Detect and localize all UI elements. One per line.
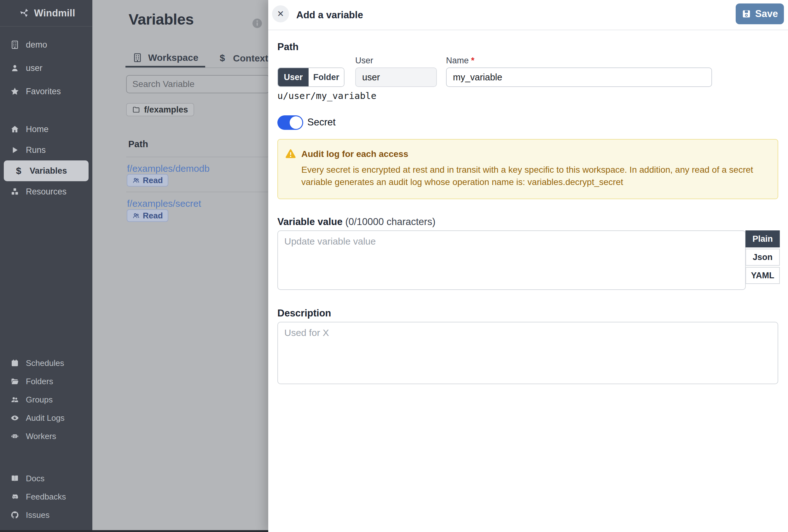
calendar-icon bbox=[10, 358, 20, 368]
save-icon bbox=[742, 9, 751, 19]
windmill-app: Windmill demo user Favorites Home bbox=[0, 0, 788, 532]
read-permission-badge[interactable]: Read bbox=[127, 209, 168, 222]
star-icon bbox=[10, 87, 20, 96]
sidebar-item-label: Schedules bbox=[26, 358, 64, 368]
variable-value-textarea[interactable] bbox=[277, 230, 746, 290]
sidebar-item-label: Favorites bbox=[26, 87, 61, 96]
sidebar-workspace-group: demo user Favorites bbox=[0, 33, 92, 103]
sidebar-item-label: Resources bbox=[26, 187, 66, 197]
variables-tabs: Workspace $ Context bbox=[125, 49, 268, 68]
brand-logo[interactable]: Windmill bbox=[0, 0, 92, 26]
drawer-title: Add a variable bbox=[296, 0, 363, 30]
variable-name-input[interactable] bbox=[446, 67, 712, 87]
variable-path-link[interactable]: f/examples/demodb bbox=[127, 163, 210, 174]
sidebar-item-workers[interactable]: Workers bbox=[0, 427, 92, 445]
drawer-header: ✕ Add a variable Save bbox=[268, 0, 788, 30]
sidebar-item-resources[interactable]: Resources bbox=[0, 181, 92, 202]
variable-path-link[interactable]: f/examples/secret bbox=[127, 198, 201, 209]
toggle-knob bbox=[290, 116, 302, 129]
sidebar-item-label: Workers bbox=[26, 431, 56, 441]
folder-icon bbox=[132, 105, 140, 114]
tab-label: Workspace bbox=[148, 52, 199, 63]
badge-label: Read bbox=[143, 211, 163, 221]
sidebar-item-label: Variables bbox=[29, 166, 67, 176]
building-icon bbox=[10, 40, 20, 50]
character-counter: (0/10000 characters) bbox=[342, 216, 436, 227]
sidebar-footer-group: Docs Feedbacks Issues bbox=[0, 469, 92, 524]
sidebar-item-folders[interactable]: Folders bbox=[0, 372, 92, 391]
sidebar-item-runs[interactable]: Runs bbox=[0, 140, 92, 160]
sidebar-item-home[interactable]: Home bbox=[0, 119, 92, 140]
page-title: Variables bbox=[129, 11, 194, 28]
windmill-logo-icon bbox=[19, 8, 29, 19]
sidebar-nav-group: Home Runs $ Variables Resources bbox=[0, 119, 92, 202]
owner-type-toggle: User Folder bbox=[277, 67, 344, 87]
brand-name: Windmill bbox=[34, 7, 75, 19]
info-icon[interactable] bbox=[252, 18, 263, 29]
sidebar-item-label: Home bbox=[26, 124, 48, 134]
search-input[interactable] bbox=[126, 75, 268, 93]
sidebar-item-feedbacks[interactable]: Feedbacks bbox=[0, 488, 92, 506]
value-format-tabs: Plain Json YAML bbox=[746, 230, 780, 284]
owner-folder-segment[interactable]: Folder bbox=[309, 68, 344, 86]
sidebar-item-label: Runs bbox=[26, 145, 46, 155]
variable-value-heading: Variable value (0/10000 characters) bbox=[277, 216, 435, 228]
sidebar-admin-group: Schedules Folders Groups Audit Logs Work… bbox=[0, 354, 92, 445]
sidebar-item-docs[interactable]: Docs bbox=[0, 469, 92, 488]
folder-filter-chip[interactable]: f/examples bbox=[126, 103, 194, 116]
description-heading: Description bbox=[277, 308, 331, 319]
play-icon bbox=[10, 145, 20, 155]
sidebar-item-label: Groups bbox=[26, 395, 53, 405]
audit-warning-alert: Audit log for each access Every secret i… bbox=[277, 139, 778, 199]
sidebar-item-label: Docs bbox=[26, 474, 44, 484]
sidebar-item-variables[interactable]: $ Variables bbox=[4, 160, 88, 181]
discord-icon bbox=[10, 492, 20, 501]
description-textarea[interactable] bbox=[277, 322, 778, 384]
format-tab-plain[interactable]: Plain bbox=[746, 230, 780, 248]
sidebar-item-label: Folders bbox=[26, 377, 53, 387]
secret-toggle[interactable] bbox=[277, 115, 303, 130]
read-permission-badge[interactable]: Read bbox=[127, 174, 168, 186]
format-tab-json[interactable]: Json bbox=[746, 249, 780, 266]
table-column-header: Path bbox=[128, 139, 148, 150]
full-path-preview: u/user/my_variable bbox=[277, 91, 376, 101]
github-icon bbox=[10, 510, 20, 520]
path-section-heading: Path bbox=[277, 41, 298, 53]
row-divider bbox=[126, 192, 268, 192]
variables-page: Variables Workspace $ Context f/examples… bbox=[92, 0, 268, 532]
save-button-label: Save bbox=[755, 8, 778, 20]
book-icon bbox=[10, 474, 20, 483]
sidebar-item-user[interactable]: user bbox=[0, 56, 92, 80]
sidebar-item-favorites[interactable]: Favorites bbox=[0, 80, 92, 103]
row-divider bbox=[126, 157, 268, 157]
sidebar-item-label: Feedbacks bbox=[26, 492, 66, 502]
sidebar: Windmill demo user Favorites Home bbox=[0, 0, 92, 532]
sidebar-item-groups[interactable]: Groups bbox=[0, 391, 92, 409]
sidebar-item-audit-logs[interactable]: Audit Logs bbox=[0, 409, 92, 427]
format-tab-yaml[interactable]: YAML bbox=[746, 267, 780, 284]
tab-label: Context bbox=[233, 53, 268, 64]
warning-body: Every secret is encrypted at rest and in… bbox=[301, 163, 768, 188]
variable-value-title: Variable value bbox=[277, 216, 342, 227]
dollar-icon: $ bbox=[217, 53, 227, 63]
sidebar-item-demo[interactable]: demo bbox=[0, 33, 92, 56]
robot-icon bbox=[10, 431, 20, 441]
close-icon[interactable]: ✕ bbox=[272, 5, 289, 22]
folder-open-icon bbox=[10, 377, 20, 386]
tab-workspace[interactable]: Workspace bbox=[125, 49, 205, 67]
badge-label: Read bbox=[143, 176, 163, 185]
owner-user-input[interactable] bbox=[355, 67, 437, 87]
users-gear-icon bbox=[10, 395, 20, 405]
tab-context[interactable]: $ Context bbox=[205, 49, 268, 67]
name-field-label: Name * bbox=[446, 56, 474, 65]
folder-chip-label: f/examples bbox=[144, 105, 188, 115]
save-button[interactable]: Save bbox=[736, 3, 784, 24]
secret-toggle-label: Secret bbox=[307, 117, 336, 128]
sidebar-item-label: user bbox=[26, 63, 42, 73]
users-icon bbox=[132, 212, 140, 220]
owner-user-segment[interactable]: User bbox=[278, 68, 309, 86]
user-field-label: User bbox=[355, 56, 373, 65]
sidebar-item-issues[interactable]: Issues bbox=[0, 506, 92, 524]
users-icon bbox=[132, 177, 140, 184]
sidebar-item-schedules[interactable]: Schedules bbox=[0, 354, 92, 372]
